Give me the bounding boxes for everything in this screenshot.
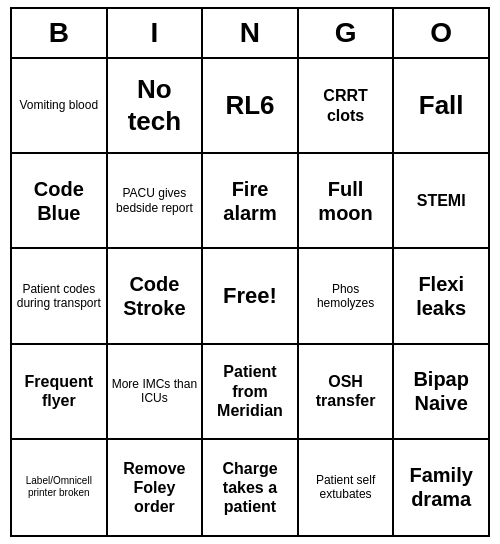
bingo-cell: Fall <box>394 59 488 154</box>
bingo-row: Label/Omnicell printer brokenRemove Fole… <box>12 440 488 535</box>
bingo-cell: STEMI <box>394 154 488 249</box>
bingo-cell: Phos hemolyzes <box>299 249 395 344</box>
bingo-row: Code BluePACU gives bedside reportFire a… <box>12 154 488 249</box>
bingo-cell: OSH transfer <box>299 345 395 440</box>
bingo-row: Frequent flyerMore IMCs than ICUsPatient… <box>12 345 488 440</box>
bingo-cell: Remove Foley order <box>108 440 204 535</box>
bingo-cell: Patient self extubates <box>299 440 395 535</box>
bingo-grid: Vomiting bloodNo techRL6CRRT clotsFallCo… <box>12 59 488 535</box>
bingo-cell: Code Stroke <box>108 249 204 344</box>
bingo-cell: More IMCs than ICUs <box>108 345 204 440</box>
bingo-cell: Patient codes during transport <box>12 249 108 344</box>
bingo-cell: Full moon <box>299 154 395 249</box>
bingo-cell: Label/Omnicell printer broken <box>12 440 108 535</box>
bingo-cell: RL6 <box>203 59 299 154</box>
bingo-cell: Free! <box>203 249 299 344</box>
bingo-cell: Bipap Naive <box>394 345 488 440</box>
header-letter: N <box>203 9 299 59</box>
bingo-cell: Code Blue <box>12 154 108 249</box>
bingo-cell: Fire alarm <box>203 154 299 249</box>
bingo-row: Vomiting bloodNo techRL6CRRT clotsFall <box>12 59 488 154</box>
bingo-row: Patient codes during transportCode Strok… <box>12 249 488 344</box>
header-letter: I <box>108 9 204 59</box>
bingo-cell: Patient from Meridian <box>203 345 299 440</box>
header-letter: O <box>394 9 488 59</box>
bingo-cell: Vomiting blood <box>12 59 108 154</box>
bingo-header: BINGO <box>12 9 488 59</box>
bingo-cell: No tech <box>108 59 204 154</box>
bingo-cell: Flexi leaks <box>394 249 488 344</box>
bingo-cell: Frequent flyer <box>12 345 108 440</box>
header-letter: G <box>299 9 395 59</box>
bingo-cell: Charge takes a patient <box>203 440 299 535</box>
bingo-cell: PACU gives bedside report <box>108 154 204 249</box>
header-letter: B <box>12 9 108 59</box>
bingo-card: BINGO Vomiting bloodNo techRL6CRRT clots… <box>10 7 490 537</box>
bingo-cell: Family drama <box>394 440 488 535</box>
bingo-cell: CRRT clots <box>299 59 395 154</box>
